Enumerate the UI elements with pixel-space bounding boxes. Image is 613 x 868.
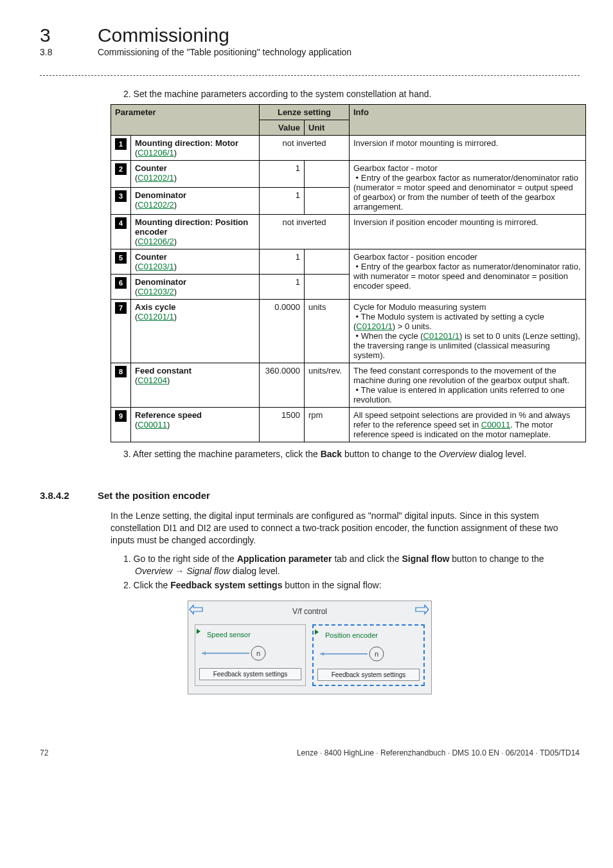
info-line: Gearbox factor - position encoder xyxy=(353,252,477,262)
param-value: not inverted xyxy=(260,136,350,161)
param-info: The feed constant corresponds to the mov… xyxy=(350,363,586,408)
chapter-title: Commissioning xyxy=(98,24,229,46)
param-code-link[interactable]: C00011 xyxy=(138,420,167,429)
param-name: Mounting direction: Position encoder xyxy=(135,217,248,237)
param-unit: rpm xyxy=(305,408,350,442)
param-code-link[interactable]: C01203/2 xyxy=(138,287,173,296)
param-code-link[interactable]: C01206/2 xyxy=(138,237,173,246)
row-badge: 1 xyxy=(115,138,127,150)
table-row: 1 Mounting direction: Motor (C01206/1) n… xyxy=(111,136,586,161)
th-value: Value xyxy=(260,120,305,136)
divider xyxy=(40,75,580,76)
th-info: Info xyxy=(350,105,586,136)
param-info: Inversion if motor mounting is mirrored. xyxy=(350,136,586,161)
row-badge: 8 xyxy=(115,366,127,377)
li2-post: button in the signal flow: xyxy=(282,580,381,590)
param-info: Gearbox factor - motor • Entry of the ge… xyxy=(350,161,586,215)
feedback-settings-button-left[interactable]: Feedback system settings xyxy=(199,668,301,680)
step-2: 2. Set the machine parameters according … xyxy=(123,89,580,99)
step-2-text: Set the machine parameters according to … xyxy=(134,89,432,99)
position-encoder-label: Position encoder xyxy=(325,631,378,639)
row-badge: 4 xyxy=(115,217,127,229)
section-title: Commissioning of the "Table positioning"… xyxy=(98,47,351,57)
param-info: All speed setpoint selections are provid… xyxy=(350,408,586,442)
li1-ital2: Signal flow xyxy=(186,566,230,576)
info-bullet: Entry of the gearbox factor as numerator… xyxy=(353,173,578,212)
param-value: 1 xyxy=(260,249,305,275)
info-bullet: The value is entered in application unit… xyxy=(353,385,565,404)
signal-flow-figure: V/f control Speed sensor n Feedback syst… xyxy=(188,601,432,694)
row-badge: 7 xyxy=(115,302,127,314)
table-row: 8 Feed constant (C01204) 360.0000 units/… xyxy=(111,363,586,408)
param-value: 0.0000 xyxy=(260,300,305,363)
param-info: Gearbox factor - position encoder • Entr… xyxy=(350,249,586,300)
row-badge: 3 xyxy=(115,190,127,202)
li1-b1: Application parameter xyxy=(237,554,332,564)
row-badge: 5 xyxy=(115,252,127,264)
step-2-number: 2. xyxy=(123,89,131,99)
chapter-number: 3 xyxy=(40,24,95,46)
param-value: 1 xyxy=(260,275,305,300)
info-line: Gearbox factor - motor xyxy=(353,163,438,173)
li1-post: dialog level. xyxy=(230,566,280,576)
param-code-link[interactable]: C01204 xyxy=(138,375,167,385)
table-row: 2 Counter (C01202/1) 1 Gearbox factor - … xyxy=(111,161,586,188)
info-link[interactable]: C01201/1 xyxy=(423,331,459,341)
param-code-link[interactable]: C01202/2 xyxy=(138,200,173,210)
th-lenze: Lenze setting xyxy=(260,105,350,120)
svg-text:n: n xyxy=(375,650,378,658)
param-value: 360.0000 xyxy=(260,363,305,408)
li1-pre: Go to the right side of the xyxy=(134,554,237,564)
info-link[interactable]: C01201/1 xyxy=(356,321,392,331)
list-item: 1. Go to the right side of the Applicati… xyxy=(123,553,580,577)
param-unit xyxy=(305,188,350,215)
li1-ital1: Overview xyxy=(135,566,172,576)
step-3-post: dialog level. xyxy=(476,449,526,459)
table-row: 7 Axis cycle (C01201/1) 0.0000 units Cyc… xyxy=(111,300,586,363)
table-row: 4 Mounting direction: Position encoder (… xyxy=(111,215,586,249)
param-code-link[interactable]: C01203/1 xyxy=(138,262,173,271)
arrow-right-icon xyxy=(414,602,430,617)
th-unit: Unit xyxy=(305,120,350,136)
list-item: 2. Click the Feedback system settings bu… xyxy=(123,579,580,592)
info-bullet: Entry of the gearbox factor as numerator… xyxy=(353,262,581,291)
intro-paragraph: In the Lenze setting, the digital input … xyxy=(111,510,580,547)
info-bullet-pre: When the cycle ( xyxy=(361,331,423,341)
param-unit: units/rev. xyxy=(305,363,350,408)
info-line: The feed constant corresponds to the mov… xyxy=(353,366,569,385)
position-encoder-panel: Position encoder n Feedback system setti… xyxy=(312,624,425,686)
param-code-link[interactable]: C01202/1 xyxy=(138,173,173,183)
li1-mid: tab and click the xyxy=(332,554,402,564)
li1-b2: Signal flow xyxy=(402,554,449,564)
param-name: Feed constant xyxy=(135,366,191,375)
svg-marker-1 xyxy=(202,651,206,655)
param-name: Denominator xyxy=(135,190,186,200)
row-badge: 2 xyxy=(115,163,127,175)
machine-parameters-table: Parameter Lenze setting Info Value Unit … xyxy=(111,104,586,442)
li1-mid2: button to change to the xyxy=(449,554,544,564)
param-code-link[interactable]: C01206/1 xyxy=(138,148,173,158)
panel-title: V/f control xyxy=(292,607,327,616)
param-code-link[interactable]: C01201/1 xyxy=(138,312,173,321)
th-parameter: Parameter xyxy=(111,105,260,136)
li2-b1: Feedback system settings xyxy=(170,580,282,590)
param-info: Inversion if position encoder mounting i… xyxy=(350,215,586,249)
li2-pre: Click the xyxy=(134,580,171,590)
info-link[interactable]: C00011 xyxy=(481,420,511,429)
param-name: Denominator xyxy=(135,277,186,287)
table-row: 9 Reference speed (C00011) 1500 rpm All … xyxy=(111,408,586,442)
info-bullet-post: ) > 0 units. xyxy=(393,321,432,331)
param-value: 1 xyxy=(260,188,305,215)
feedback-settings-button-right[interactable]: Feedback system settings xyxy=(317,669,420,681)
triangle-icon xyxy=(197,629,200,634)
row-badge: 6 xyxy=(115,277,127,289)
speed-sensor-label: Speed sensor xyxy=(207,631,251,638)
param-name: Counter xyxy=(135,252,167,262)
step-3-pre: After setting the machine parameters, cl… xyxy=(133,449,321,459)
step-3-bold: Back xyxy=(321,449,342,459)
li2-num: 2. xyxy=(123,580,131,590)
page-number: 72 xyxy=(40,748,48,757)
param-unit xyxy=(305,275,350,300)
step-3-number: 3. xyxy=(123,449,131,459)
step-3: 3. After setting the machine parameters,… xyxy=(123,449,580,459)
